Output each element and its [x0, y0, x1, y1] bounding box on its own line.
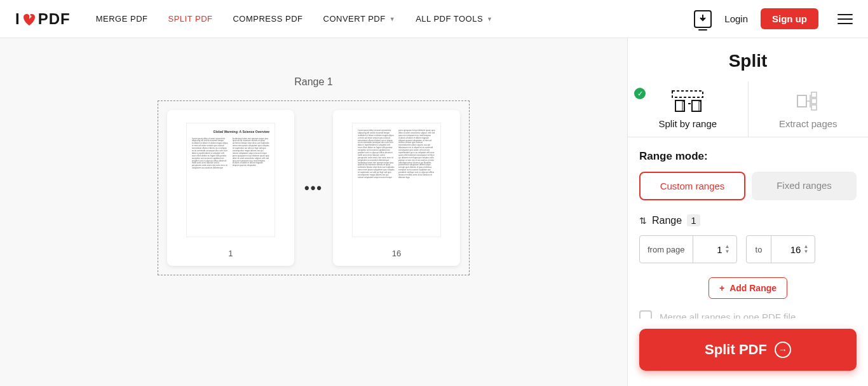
merge-option-row[interactable]: Merge all ranges in one PDF file. [639, 310, 857, 319]
page-number: 1 [228, 249, 233, 258]
svg-rect-6 [811, 99, 817, 104]
to-label: to [747, 236, 772, 263]
range-mode-label: Range mode: [639, 150, 857, 163]
nav-all-tools[interactable]: ALL PDF TOOLS ▼ [416, 14, 492, 24]
page-card-last[interactable]: Lorem ipsum dolor sit amet consectetur a… [333, 110, 460, 266]
page-number: 16 [392, 249, 401, 258]
range-number-badge: 1 [687, 214, 700, 226]
from-page-group: from page ▲▼ [639, 235, 737, 263]
logo-text-post: PDF [38, 10, 71, 28]
to-page-group: to ▲▼ [746, 235, 816, 263]
svg-rect-4 [797, 95, 806, 107]
login-link[interactable]: Login [724, 13, 748, 24]
add-range-button[interactable]: + Add Range [709, 277, 787, 299]
range-title: Range 1 [294, 76, 333, 88]
app-header: I PDF MERGE PDF SPLIT PDF COMPRESS PDF C… [0, 0, 868, 38]
main-area: Range 1 Global Warming: A Science Overvi… [0, 38, 868, 386]
svg-rect-2 [688, 103, 691, 104]
custom-ranges-button[interactable]: Custom ranges [639, 172, 745, 200]
check-icon: ✓ [634, 88, 646, 99]
from-spinner[interactable]: ▲▼ [725, 236, 736, 263]
caret-down-icon: ▼ [487, 16, 492, 22]
main-nav: MERGE PDF SPLIT PDF COMPRESS PDF CONVERT… [96, 14, 493, 24]
header-left: I PDF MERGE PDF SPLIT PDF COMPRESS PDF C… [15, 10, 493, 28]
from-label: from page [640, 236, 693, 263]
nav-split[interactable]: SPLIT PDF [168, 14, 212, 24]
range-mode-buttons: Custom ranges Fixed ranges [639, 172, 857, 200]
add-range-label: Add Range [729, 283, 776, 293]
arrow-right-circle-icon: → [775, 341, 791, 358]
options-panel: Range mode: Custom ranges Fixed ranges ⇅… [628, 137, 868, 319]
page-range-inputs: from page ▲▼ to ▲▼ [639, 235, 857, 263]
mode-tabs: ✓ Split by range [628, 81, 868, 137]
logo[interactable]: I PDF [15, 10, 71, 28]
fixed-ranges-button[interactable]: Fixed ranges [752, 172, 857, 200]
ellipsis-icon: ••• [304, 180, 323, 196]
options-sidebar: Split ✓ Split by range [627, 38, 868, 386]
to-page-input[interactable] [771, 236, 803, 263]
from-page-input[interactable] [693, 236, 725, 263]
nav-convert-label: CONVERT PDF [323, 14, 386, 24]
preview-zone: Range 1 Global Warming: A Science Overvi… [0, 38, 627, 386]
extract-pages-icon [792, 90, 824, 112]
nav-merge[interactable]: MERGE PDF [96, 14, 148, 24]
range-header: ⇅ Range 1 [639, 214, 857, 226]
page-card-first[interactable]: Global Warming: A Science Overview Lorem… [167, 110, 294, 266]
svg-rect-3 [692, 100, 701, 111]
tab-label: Split by range [658, 118, 717, 129]
split-button-label: Split PDF [705, 341, 767, 358]
nav-convert[interactable]: CONVERT PDF ▼ [323, 14, 396, 24]
svg-rect-1 [675, 100, 684, 111]
header-right: Login Sign up [694, 8, 853, 29]
to-spinner[interactable]: ▲▼ [803, 236, 815, 263]
logo-text-pre: I [15, 10, 20, 28]
tab-label: Extract pages [779, 118, 837, 129]
nav-compress[interactable]: COMPRESS PDF [233, 14, 302, 24]
svg-rect-7 [811, 105, 817, 110]
caret-down-icon: ▼ [390, 16, 395, 22]
tab-split-by-range[interactable]: ✓ Split by range [628, 81, 749, 137]
nav-all-label: ALL PDF TOOLS [416, 14, 483, 24]
split-pdf-button[interactable]: Split PDF → [639, 329, 857, 371]
doc-title: Global Warming: A Science Overview [192, 130, 269, 134]
range-word: Range [652, 215, 682, 226]
svg-rect-0 [672, 91, 703, 97]
signup-button[interactable]: Sign up [761, 8, 818, 29]
tab-extract-pages[interactable]: Extract pages [749, 81, 869, 137]
sidebar-title: Split [628, 38, 868, 81]
svg-rect-5 [811, 92, 817, 97]
page-thumbnail: Lorem ipsum dolor sit amet consectetur a… [352, 123, 441, 237]
reorder-icon[interactable]: ⇅ [639, 216, 647, 226]
download-arrow-icon [698, 15, 707, 24]
add-range-wrap: + Add Range [639, 277, 857, 299]
download-desktop-icon[interactable] [694, 10, 712, 28]
page-thumbnail: Global Warming: A Science Overview Lorem… [186, 123, 275, 237]
action-bar: Split PDF → [628, 319, 868, 386]
range-preview-box: Global Warming: A Science Overview Lorem… [158, 100, 470, 275]
hamburger-menu-icon[interactable] [837, 14, 853, 24]
heart-icon [22, 12, 37, 26]
split-range-icon [672, 90, 703, 112]
merge-checkbox[interactable] [639, 310, 652, 319]
merge-label: Merge all ranges in one PDF file. [660, 312, 798, 319]
plus-icon: + [719, 283, 724, 293]
